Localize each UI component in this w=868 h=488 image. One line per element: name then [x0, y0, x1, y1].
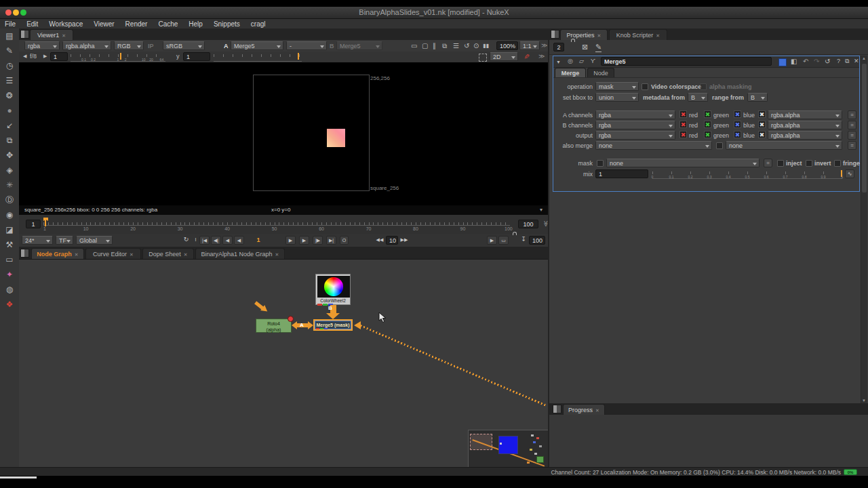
zoom-level[interactable]: 100%	[496, 41, 518, 50]
a-blue-checkbox[interactable]: ✖	[734, 110, 741, 118]
a-green-checkbox[interactable]: ✖	[704, 110, 711, 118]
gain-input[interactable]: 1	[50, 52, 68, 61]
pause-icon[interactable]: ▮▮	[483, 41, 489, 50]
menu-snippets[interactable]: Snippets	[208, 20, 245, 28]
tab-dope-sheet[interactable]: Dope Sheet✕	[142, 248, 194, 259]
menu-cragl[interactable]: cragl	[245, 20, 271, 28]
also-merge-checkbox[interactable]	[716, 142, 723, 149]
output-alpha-checkbox[interactable]: ✖	[758, 131, 766, 138]
node-colorwheel2[interactable]: ColorWheel2	[315, 274, 351, 305]
mask-equals-button[interactable]: =	[764, 159, 772, 167]
frame-range-lock-button[interactable]: ▭	[498, 236, 509, 245]
close-icon[interactable]: ✕	[62, 33, 66, 38]
nodegraph-canvas[interactable]: ColorWheel2 B Roto4 (alpha) A	[19, 259, 548, 468]
scroll-up-icon[interactable]: ▲	[862, 56, 866, 60]
next-exposure-icon[interactable]: ▶	[43, 54, 47, 59]
in-point-button[interactable]: I	[193, 236, 199, 245]
gain-slider[interactable]: 0.1 0.2 1 2 10 20 64	[71, 53, 165, 62]
image-icon[interactable]: ▤	[0, 28, 19, 43]
float-panel-icon[interactable]: ⧉	[845, 57, 849, 66]
refresh-icon[interactable]: ↺	[464, 41, 469, 50]
manage-knobs-icon[interactable]: Ƴ	[591, 57, 595, 66]
filter-icon[interactable]: ●	[0, 103, 19, 118]
a-alpha-checkbox[interactable]: ✖	[758, 110, 766, 118]
close-icon[interactable]: ✕	[275, 252, 279, 257]
transform-icon[interactable]: ✥	[0, 148, 19, 163]
view-mode-dropdown[interactable]: 2D	[490, 52, 518, 61]
play-backward-button[interactable]: ◀	[234, 236, 244, 245]
output-green-checkbox[interactable]: ✖	[704, 131, 711, 138]
more-icon[interactable]: ≫	[541, 42, 547, 49]
redo-icon[interactable]: ↷	[814, 57, 819, 66]
nodegraph-minimap[interactable]	[468, 430, 548, 468]
mix-curve-button[interactable]: ∿	[845, 169, 854, 178]
step-forward-button[interactable]: ▶	[299, 236, 309, 245]
menu-help[interactable]: Help	[183, 20, 208, 28]
output-red-checkbox[interactable]: ✖	[679, 131, 687, 138]
fps-dropdown[interactable]: 24*	[22, 236, 53, 245]
prev-keyframe-button[interactable]: ◀|	[211, 236, 221, 245]
tab-merge[interactable]: Merge	[555, 68, 586, 77]
collapse-icon[interactable]: ▼	[556, 58, 561, 66]
invert-checkbox[interactable]	[806, 160, 812, 167]
current-frame-field[interactable]: 1	[250, 236, 267, 245]
help-icon[interactable]: ?	[837, 57, 840, 66]
inject-checkbox[interactable]	[777, 160, 784, 167]
also-merge-dropdown-2[interactable]: none	[726, 141, 842, 150]
a-red-checkbox[interactable]: ✖	[679, 110, 687, 118]
b-channels-dropdown[interactable]: rgba	[595, 121, 675, 129]
pane-menu-icon[interactable]	[553, 405, 561, 413]
input-b-dropdown[interactable]: Merge5	[336, 41, 382, 50]
node-swatch-icon[interactable]: ▱	[579, 57, 584, 66]
clear-panels-icon[interactable]: ⊠	[582, 43, 588, 52]
timeline-ruler[interactable]: 1 10 20 30 40 50 60 70 80 90 100	[43, 218, 510, 232]
more-icon[interactable]: ≫	[538, 53, 545, 60]
input-a-dropdown[interactable]: Merge5	[231, 41, 283, 50]
stack-icon[interactable]: ☰	[453, 41, 459, 50]
close-icon[interactable]: ✕	[597, 33, 601, 38]
close-icon[interactable]: ✕	[75, 252, 79, 257]
node-roto4[interactable]: Roto4 (alpha)	[256, 319, 292, 333]
draw-icon[interactable]: ✎	[0, 43, 19, 58]
tab-curve-editor[interactable]: Curve Editor✕	[85, 248, 141, 259]
toolsets-icon[interactable]: ⚒	[0, 237, 19, 252]
metadata-from-dropdown[interactable]: B	[688, 93, 708, 102]
goto-start-button[interactable]: |◀	[199, 236, 210, 245]
extra-icon[interactable]: ❖	[0, 297, 19, 312]
output-blue-checkbox[interactable]: ✖	[734, 131, 741, 138]
frame-range-dropdown[interactable]: Global	[76, 236, 113, 245]
close-icon[interactable]: ✕	[130, 252, 134, 257]
pane-menu-icon[interactable]	[20, 30, 29, 39]
gamma-toggle-icon[interactable]: ▢	[422, 41, 428, 50]
close-icon[interactable]: ✕	[184, 252, 188, 257]
b-equals-button[interactable]: =	[848, 121, 856, 129]
tab-viewer1[interactable]: Viewer1✕	[30, 29, 73, 40]
flipbook-button[interactable]: ▶	[487, 236, 497, 245]
b-red-checkbox[interactable]: ✖	[679, 121, 687, 128]
wipe-mode-dropdown[interactable]: -	[286, 41, 327, 50]
gain-slider-handle[interactable]	[120, 53, 121, 60]
b-green-checkbox[interactable]: ✖	[704, 121, 711, 128]
close-icon[interactable]: ✕	[595, 408, 599, 413]
decrement-step-icon[interactable]: ◀◀	[375, 236, 384, 245]
viewer-lut-dropdown[interactable]: sRGB	[163, 41, 205, 50]
mix-slider[interactable]: 0 0.1 0.2 0.3 0.4 0.5 0.6 0.7 0.8 0.9 1	[652, 170, 842, 179]
hide-input-icon[interactable]: ◧	[791, 57, 797, 66]
color-icon[interactable]: ❂	[0, 88, 19, 103]
close-panel-icon[interactable]: ✕	[854, 57, 859, 66]
tab-node-graph[interactable]: Node Graph✕	[31, 248, 84, 259]
step-back-button[interactable]: ◀	[222, 236, 233, 245]
scrollbar-thumb[interactable]	[862, 64, 867, 192]
menu-viewer[interactable]: Viewer	[88, 20, 119, 28]
tab-binaryalpha1-node-graph[interactable]: BinaryAlpha1 Node Graph✕	[195, 248, 285, 259]
tab-progress[interactable]: Progress✕	[563, 404, 605, 415]
edit-node-icon[interactable]: ✎	[595, 43, 601, 52]
keyer-icon[interactable]: ↙	[0, 118, 19, 133]
tab-node[interactable]: Node	[587, 68, 614, 77]
channels-dropdown[interactable]: rgba	[24, 41, 60, 50]
gamma-slider[interactable]	[214, 53, 302, 62]
channel-icon[interactable]: ☰	[0, 73, 19, 88]
range-start-field[interactable]: 1	[26, 220, 41, 228]
tab-properties[interactable]: Properties✕	[560, 29, 608, 40]
node-merge5[interactable]: Merge5 (mask)	[313, 319, 353, 331]
